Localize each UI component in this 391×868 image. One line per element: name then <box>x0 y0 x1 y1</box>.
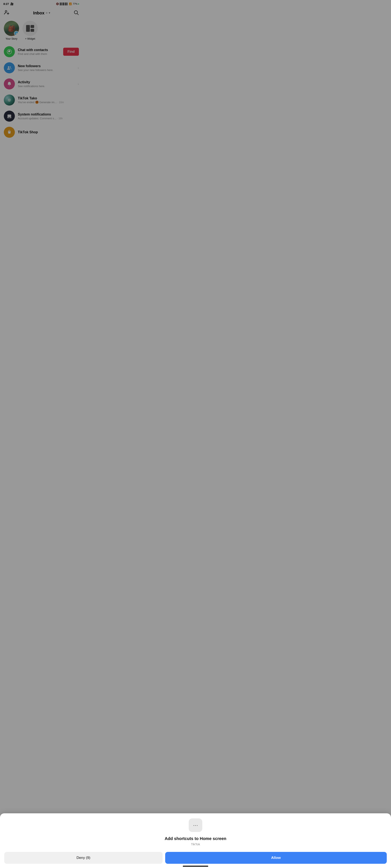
modal-overlay[interactable] <box>0 0 83 179</box>
